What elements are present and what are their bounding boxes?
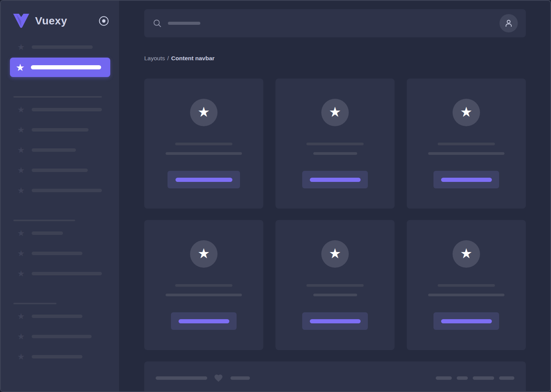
button-label-placeholder [176, 178, 232, 182]
footer-text-placeholder [230, 376, 250, 380]
user-avatar[interactable] [499, 14, 518, 32]
star-icon: ★ [16, 229, 26, 238]
main-content: Layouts/Content navbar ★★★★★★ [119, 1, 550, 391]
topbar [144, 9, 526, 37]
card-avatar: ★ [190, 99, 218, 126]
star-icon: ★ [16, 166, 26, 175]
menu-label-placeholder [32, 108, 102, 111]
button-label-placeholder [441, 319, 492, 323]
menu-section-divider [13, 303, 56, 304]
card: ★ [144, 79, 263, 209]
menu-label-placeholder [32, 315, 82, 318]
card-avatar: ★ [321, 99, 349, 126]
card-title-placeholder [438, 284, 495, 287]
card-subtitle-placeholder [166, 294, 242, 296]
menu-label-placeholder [32, 148, 76, 152]
sidebar-item[interactable]: ★ [1, 263, 119, 284]
card-subtitle-placeholder [428, 294, 504, 296]
card: ★ [144, 220, 263, 350]
star-icon: ★ [16, 249, 26, 258]
card-action-button[interactable] [433, 312, 499, 330]
footer-link-placeholder[interactable] [499, 376, 514, 380]
menu-label-placeholder [32, 335, 92, 338]
card: ★ [407, 220, 526, 350]
app-title: Vuexy [35, 15, 67, 27]
vuexy-logo-icon[interactable] [12, 13, 30, 29]
star-icon: ★ [16, 146, 26, 154]
button-label-placeholder [310, 178, 361, 182]
sidebar-item[interactable]: ★ [1, 120, 119, 140]
sidebar-nav: ★★★★★★★★★★★★★ [1, 37, 119, 367]
card-avatar: ★ [453, 240, 480, 268]
footer-link-placeholder[interactable] [473, 376, 494, 380]
star-icon: ★ [16, 43, 26, 51]
card-grid: ★★★★★★ [144, 79, 526, 350]
card-subtitle-placeholder [313, 152, 357, 155]
card-title-placeholder [175, 284, 232, 287]
footer-link-placeholder[interactable] [436, 376, 452, 380]
sidebar-item[interactable]: ★ [1, 326, 119, 347]
card-subtitle-placeholder [166, 152, 242, 155]
sidebar-item[interactable]: ★ [1, 223, 119, 243]
card: ★ [407, 79, 526, 209]
heart-icon [213, 373, 224, 383]
radio-circle-icon[interactable] [98, 16, 109, 26]
breadcrumb-section[interactable]: Layouts [144, 55, 165, 61]
card-action-button[interactable] [302, 171, 368, 188]
sidebar-item[interactable]: ★ [1, 140, 119, 160]
card: ★ [276, 79, 395, 209]
star-icon: ★ [16, 106, 26, 114]
star-icon: ★ [15, 63, 25, 72]
star-icon: ★ [198, 247, 210, 260]
star-icon: ★ [329, 105, 341, 119]
card-title-placeholder [306, 284, 364, 287]
star-icon: ★ [16, 333, 26, 341]
star-icon: ★ [198, 105, 210, 119]
star-icon: ★ [16, 270, 26, 278]
page-title: Content navbar [171, 55, 215, 61]
button-label-placeholder [179, 319, 229, 323]
sidebar-item[interactable]: ★ [1, 347, 119, 367]
menu-section-divider [13, 220, 75, 221]
menu-label-placeholder [32, 355, 82, 358]
sidebar-item[interactable]: ★ [1, 100, 119, 120]
person-icon [504, 18, 514, 28]
sidebar-item[interactable]: ★ [1, 306, 119, 326]
footer-link-placeholder[interactable] [457, 376, 468, 380]
card-title-placeholder [175, 143, 232, 145]
search-placeholder-bar [168, 22, 200, 25]
sidebar-item[interactable]: ★ [1, 37, 119, 57]
menu-label-placeholder [32, 189, 102, 192]
card-action-button[interactable] [168, 171, 240, 188]
card-subtitle-placeholder [428, 152, 504, 155]
footer-text-placeholder [156, 376, 207, 380]
footer-card [144, 361, 526, 391]
card-action-button[interactable] [433, 171, 499, 188]
button-label-placeholder [310, 319, 361, 323]
card-title-placeholder [306, 143, 364, 145]
star-icon: ★ [460, 247, 472, 260]
card-avatar: ★ [453, 99, 480, 126]
menu-label-placeholder [31, 65, 101, 69]
card-avatar: ★ [190, 240, 218, 268]
button-label-placeholder [441, 178, 492, 182]
card-action-button[interactable] [302, 312, 368, 330]
star-icon: ★ [16, 312, 26, 321]
sidebar-item[interactable]: ★ [1, 160, 119, 180]
star-icon: ★ [16, 126, 26, 134]
star-icon: ★ [16, 353, 26, 361]
menu-label-placeholder [32, 45, 93, 49]
card: ★ [276, 220, 395, 350]
menu-label-placeholder [32, 128, 89, 132]
sidebar-item-active[interactable]: ★ [10, 58, 110, 77]
star-icon: ★ [460, 105, 472, 119]
card-subtitle-placeholder [313, 294, 357, 296]
sidebar-item[interactable]: ★ [1, 180, 119, 201]
sidebar-item[interactable]: ★ [1, 243, 119, 263]
card-action-button[interactable] [171, 312, 237, 330]
menu-section-divider [13, 96, 102, 98]
search-icon [153, 19, 162, 28]
card-title-placeholder [438, 143, 495, 145]
search-input[interactable] [153, 9, 499, 37]
menu-label-placeholder [32, 169, 88, 172]
